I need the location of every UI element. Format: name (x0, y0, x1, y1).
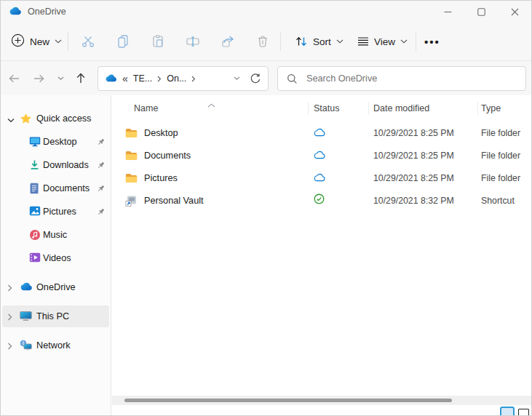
sidebar-group-gap (1, 328, 111, 334)
chevron-down-icon (57, 76, 64, 81)
column-header-type[interactable]: Type (481, 103, 501, 113)
pin-icon[interactable] (96, 161, 106, 172)
column-header-status[interactable]: Status (314, 103, 339, 113)
green-check-icon (314, 193, 325, 207)
breadcrumb-item-onedrive[interactable]: On... (167, 73, 186, 84)
forward-button[interactable] (28, 61, 49, 95)
file-date-modified: 10/29/2021 8:25 PM (359, 128, 481, 138)
sort-button[interactable]: Sort (295, 23, 344, 60)
chevron-right-icon[interactable] (7, 313, 12, 323)
onedrive-cloud-icon (20, 281, 33, 293)
paste-icon (151, 34, 165, 49)
folder-icon (124, 151, 138, 161)
star-icon (20, 113, 32, 127)
column-divider[interactable] (368, 102, 369, 115)
chevron-right-icon[interactable] (7, 342, 12, 352)
rename-button[interactable] (178, 23, 207, 60)
file-type: File folder (481, 173, 531, 183)
paste-button[interactable] (143, 23, 172, 60)
toolbar-separator (68, 32, 68, 51)
file-list-pane: Name Status Date modified Type Desktop 1… (112, 95, 531, 415)
sidebar-item-music[interactable]: Music (1, 223, 111, 247)
column-divider[interactable] (308, 102, 309, 115)
sort-button-label: Sort (313, 36, 331, 47)
file-name: Desktop (144, 128, 178, 138)
file-date-modified: 10/29/2021 8:25 PM (359, 151, 481, 161)
sidebar-item-label: Videos (43, 253, 71, 263)
navigation-bar: « TE... On... (1, 61, 531, 95)
column-divider[interactable] (477, 102, 478, 115)
file-row-desktop[interactable]: Desktop 10/29/2021 8:25 PM File folder (112, 121, 531, 144)
window-title: OneDrive (28, 7, 66, 17)
chevron-down-icon[interactable] (7, 115, 15, 125)
address-dropdown-chevron-icon[interactable] (234, 76, 240, 81)
new-button[interactable]: New (11, 23, 62, 60)
file-row-pictures[interactable]: Pictures 10/29/2021 8:25 PM File folder (112, 167, 531, 189)
search-bar (277, 66, 526, 91)
refresh-icon[interactable] (250, 73, 261, 84)
file-name: Pictures (144, 173, 178, 183)
pin-icon[interactable] (96, 137, 106, 149)
column-header-name[interactable]: Name (134, 103, 158, 113)
cloud-online-icon (314, 172, 325, 185)
pin-icon[interactable] (96, 184, 106, 196)
file-explorer-window: OneDrive New (0, 0, 532, 416)
share-button[interactable] (213, 23, 242, 60)
file-type: File folder (481, 128, 531, 138)
chevron-right-icon[interactable] (7, 284, 12, 294)
copy-button[interactable] (108, 23, 138, 60)
column-header-date-modified[interactable]: Date modified (373, 103, 429, 113)
up-button[interactable] (71, 61, 91, 95)
address-bar[interactable]: « TE... On... (98, 66, 269, 91)
details-view-toggle[interactable] (500, 407, 515, 416)
shortcut-icon (124, 195, 138, 207)
minimize-button[interactable] (431, 1, 464, 23)
chevron-down-icon (400, 39, 408, 44)
desktop-icon (29, 136, 41, 149)
large-icons-view-toggle[interactable] (518, 409, 529, 416)
cut-button[interactable] (74, 23, 103, 60)
share-icon (221, 34, 235, 49)
maximize-button[interactable] (464, 1, 498, 23)
view-button[interactable]: View (357, 23, 408, 60)
sidebar-item-label: Downloads (43, 160, 89, 170)
chevron-down-icon (336, 39, 344, 44)
close-button[interactable] (498, 1, 531, 23)
sidebar-item-pictures[interactable]: Pictures (1, 200, 111, 223)
scrollbar-thumb[interactable] (124, 399, 452, 402)
sidebar-item-documents[interactable]: Documents (1, 177, 111, 200)
command-toolbar: New Sort View (1, 23, 531, 61)
sidebar-item-desktop[interactable]: Desktop (1, 130, 111, 153)
new-button-label: New (30, 36, 49, 47)
file-type: File folder (481, 151, 531, 161)
file-row-documents[interactable]: Documents 10/29/2021 8:25 PM File folder (112, 144, 531, 167)
sidebar-item-downloads[interactable]: Downloads (1, 153, 111, 177)
file-date-modified: 10/29/2021 8:25 PM (359, 173, 481, 183)
back-button[interactable] (4, 61, 24, 95)
network-icon (20, 340, 32, 353)
toolbar-separator (416, 32, 416, 51)
recent-locations-button[interactable] (50, 61, 71, 95)
pin-icon[interactable] (96, 207, 106, 219)
onedrive-cloud-icon (105, 72, 117, 85)
sidebar-item-videos[interactable]: Videos (1, 247, 111, 270)
sidebar-item-quick-access[interactable]: Quick access (1, 107, 111, 130)
music-icon (29, 229, 41, 243)
breadcrumb-separator-icon (191, 76, 196, 82)
breadcrumb-item-device[interactable]: TE... (133, 73, 152, 84)
sidebar-item-label: Music (43, 230, 67, 240)
plus-circle-icon (11, 33, 25, 50)
sidebar-group-gap (1, 299, 111, 305)
sidebar-item-network[interactable]: Network (1, 334, 111, 357)
onedrive-cloud-icon (9, 5, 22, 18)
delete-button[interactable] (248, 23, 277, 60)
see-more-button[interactable]: ••• (424, 23, 440, 60)
file-row-personal-vault[interactable]: Personal Vault 10/29/2021 8:32 PM Shortc… (112, 189, 531, 212)
search-input[interactable] (305, 73, 517, 84)
sidebar-item-this-pc[interactable]: This PC (1, 305, 111, 328)
downloads-icon (29, 159, 40, 172)
sidebar-item-label: Pictures (43, 207, 76, 217)
sidebar-item-onedrive[interactable]: OneDrive (1, 276, 111, 299)
breadcrumb-overflow[interactable]: « (122, 73, 128, 84)
horizontal-scrollbar[interactable] (112, 396, 531, 405)
